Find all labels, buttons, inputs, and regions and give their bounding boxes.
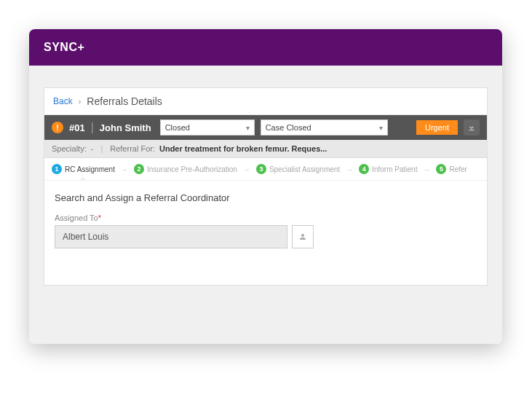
dropdown-value: Case Closed [266, 123, 311, 132]
step-refer[interactable]: 5 Refer [436, 164, 467, 174]
download-icon[interactable] [464, 119, 480, 136]
user-picker-button[interactable] [292, 225, 314, 248]
status-dropdown-1[interactable]: Closed [160, 119, 255, 136]
step-specialist[interactable]: 3 Specialist Assignment [256, 164, 340, 174]
step-insurance[interactable]: 2 Insurance Pre-Authorization [134, 164, 237, 174]
step-number: 5 [436, 164, 446, 174]
urgent-button[interactable]: Urgent [416, 120, 458, 135]
step-label: Inform Patient [372, 165, 417, 173]
step-label: Refer [449, 165, 467, 173]
step-label: Insurance Pre-Authorization [147, 165, 237, 173]
user-icon [298, 232, 307, 241]
status-dropdown-2[interactable]: Case Closed [261, 119, 388, 136]
section-title: Search and Assign a Referral Coordinator [55, 192, 477, 203]
chevron-right-icon: › [79, 97, 82, 106]
breadcrumb: Back › Referrals Details [44, 88, 487, 115]
referral-for-value: Under treatment for broken femur. Reques… [159, 144, 327, 153]
patient-name: John Smith [100, 122, 154, 133]
step-number: 1 [52, 164, 62, 174]
step-label: RC Assignment [65, 165, 115, 173]
step-number: 3 [256, 164, 266, 174]
back-link[interactable]: Back [53, 96, 73, 106]
step-number: 2 [134, 164, 144, 174]
referral-for-label: Referral For: [110, 144, 155, 153]
assigned-to-label: Assigned To* [55, 213, 477, 222]
divider: | [91, 121, 94, 134]
case-header: ! #01 | John Smith Closed Case Closed Ur… [44, 115, 487, 140]
divider: | [100, 144, 103, 153]
step-tracker: 1 RC Assignment → 2 Insurance Pre-Author… [44, 158, 487, 181]
content-area: Back › Referrals Details ! #01 | John Sm… [29, 66, 502, 344]
arrow-icon: → [346, 165, 353, 173]
case-id: #01 [69, 122, 85, 133]
step-number: 4 [359, 164, 369, 174]
required-indicator: * [98, 213, 101, 222]
step-inform-patient[interactable]: 4 Inform Patient [359, 164, 417, 174]
arrow-icon: → [121, 165, 128, 173]
assigned-to-input[interactable] [55, 225, 287, 248]
assign-section: Search and Assign a Referral Coordinator… [44, 181, 487, 285]
alert-badge-icon: ! [52, 122, 63, 133]
app-window: SYNC+ Back › Referrals Details ! #01 | J… [29, 29, 502, 344]
subheader: Specialty: - | Referral For: Under treat… [44, 140, 487, 158]
arrow-icon: → [243, 165, 250, 173]
dropdown-value: Closed [165, 123, 190, 132]
page-title: Referrals Details [87, 95, 162, 107]
specialty-label: Specialty: [52, 144, 87, 153]
arrow-icon: → [423, 165, 430, 173]
page-card: Back › Referrals Details ! #01 | John Sm… [44, 87, 488, 286]
topbar: SYNC+ [29, 29, 502, 66]
step-rc-assignment[interactable]: 1 RC Assignment [52, 164, 115, 174]
specialty-value: - [91, 144, 94, 153]
assigned-field-row [55, 225, 477, 248]
step-label: Specialist Assignment [269, 165, 340, 173]
brand-logo: SYNC+ [44, 41, 84, 54]
